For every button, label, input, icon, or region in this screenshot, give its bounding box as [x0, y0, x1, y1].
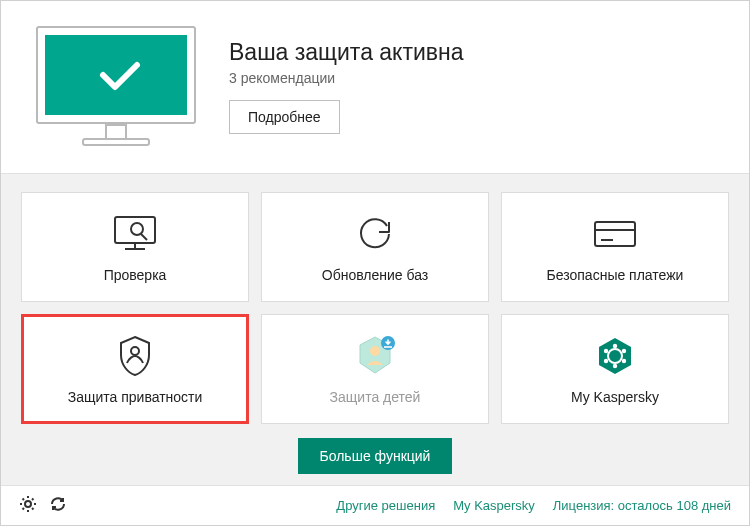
tile-label: Безопасные платежи: [547, 267, 684, 283]
svg-line-30: [23, 499, 25, 501]
recommendations-count: 3 рекомендации: [229, 70, 464, 86]
tile-mykaspersky[interactable]: My Kaspersky: [501, 314, 729, 424]
svg-line-32: [23, 508, 25, 510]
privacy-shield-icon: [115, 333, 155, 379]
tile-label: Проверка: [104, 267, 167, 283]
tile-label: Защита приватности: [68, 389, 203, 405]
mykaspersky-icon: [593, 333, 637, 379]
status-header: Ваша защита активна 3 рекомендации Подро…: [1, 1, 749, 173]
svg-point-25: [25, 501, 31, 507]
monitor-scan-icon: [111, 211, 159, 257]
tile-label: Обновление баз: [322, 267, 428, 283]
refresh-icon: [353, 211, 397, 257]
tile-label: Защита детей: [330, 389, 421, 405]
svg-line-31: [32, 508, 34, 510]
svg-line-8: [141, 234, 147, 240]
svg-point-22: [613, 364, 617, 368]
tile-safe-money[interactable]: Безопасные платежи: [501, 192, 729, 302]
svg-rect-4: [115, 217, 155, 243]
svg-rect-9: [595, 222, 635, 246]
status-title: Ваша защита активна: [229, 39, 464, 66]
svg-rect-2: [106, 125, 126, 139]
svg-point-24: [604, 349, 608, 353]
svg-point-23: [604, 359, 608, 363]
svg-rect-1: [45, 35, 187, 115]
footer-other-solutions-link[interactable]: Другие решения: [336, 498, 435, 513]
kids-protection-icon: [352, 333, 398, 379]
footer-license-link[interactable]: Лицензия: осталось 108 дней: [553, 498, 731, 513]
tile-scan[interactable]: Проверка: [21, 192, 249, 302]
settings-icon[interactable]: [19, 495, 37, 516]
svg-line-33: [32, 499, 34, 501]
status-monitor-illustration: [31, 21, 201, 151]
svg-rect-3: [83, 139, 149, 145]
svg-point-12: [131, 347, 139, 355]
svg-point-7: [131, 223, 143, 235]
svg-point-20: [622, 349, 626, 353]
footer-mykaspersky-link[interactable]: My Kaspersky: [453, 498, 535, 513]
svg-point-21: [622, 359, 626, 363]
more-features-button[interactable]: Больше функций: [298, 438, 453, 474]
svg-point-19: [613, 344, 617, 348]
sync-icon[interactable]: [49, 495, 67, 516]
svg-marker-17: [599, 338, 631, 374]
credit-card-icon: [591, 211, 639, 257]
tile-update[interactable]: Обновление баз: [261, 192, 489, 302]
tile-privacy[interactable]: Защита приватности: [21, 314, 249, 424]
svg-point-14: [370, 346, 380, 356]
details-button[interactable]: Подробнее: [229, 100, 340, 134]
footer-bar: Другие решения My Kaspersky Лицензия: ос…: [1, 485, 749, 525]
tile-label: My Kaspersky: [571, 389, 659, 405]
tile-kids[interactable]: Защита детей: [261, 314, 489, 424]
tiles-area: Проверка Обновление баз Безопасные п: [1, 173, 749, 485]
